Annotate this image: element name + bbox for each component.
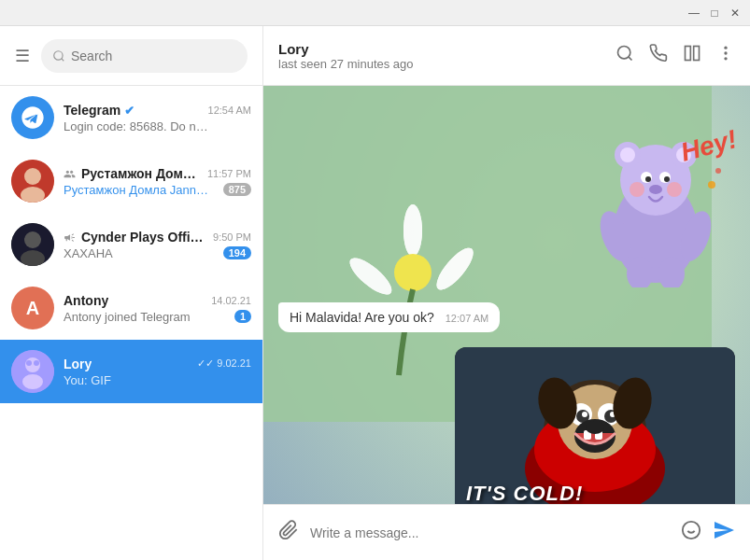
svg-point-9 — [22, 374, 43, 389]
sticker-container: Hey! — [278, 101, 735, 287]
avatar-cynder — [11, 223, 54, 266]
svg-rect-13 — [686, 47, 691, 61]
message-text: Hi Malavida! Are you ok? — [290, 310, 434, 325]
search-input[interactable] — [71, 49, 236, 63]
svg-point-37 — [645, 176, 651, 182]
chat-header-info: Lory last seen 27 minutes ago — [278, 41, 604, 71]
main-chat: Lory last seen 27 minutes ago — [263, 26, 750, 560]
svg-point-41 — [649, 185, 662, 194]
chat-info-rustam: Рустамжон Домл... 11:57 PM Рустамжон Дом… — [64, 166, 251, 197]
chat-item-lory[interactable]: Lory ✓✓ 9.02.21 You: GIF — [0, 340, 262, 403]
input-area — [263, 504, 750, 560]
messages-area: Hey! Hi Malavida! Are you ok? 12:07 AM — [263, 86, 750, 504]
chat-time-rustam: 11:57 PM — [207, 168, 251, 179]
chat-item-telegram[interactable]: Telegram ✔ 12:54 AM Login code: 85688. D… — [0, 86, 262, 149]
svg-point-32 — [620, 147, 635, 162]
sidebar-header: ☰ — [0, 26, 262, 86]
chat-info-antony: Antony 14.02.21 Antony joined Telegram 1 — [64, 293, 251, 324]
emoji-icon[interactable] — [681, 520, 701, 545]
chat-name-rustam: Рустамжон Домл... — [64, 166, 202, 181]
search-box[interactable] — [41, 39, 248, 73]
badge-antony: 1 — [234, 310, 251, 323]
close-button[interactable]: ✕ — [728, 6, 743, 21]
minimize-button[interactable]: — — [686, 6, 701, 21]
svg-text:Hey!: Hey! — [678, 124, 735, 167]
more-options-icon[interactable] — [716, 44, 735, 67]
svg-point-2 — [24, 168, 41, 185]
chat-item-antony[interactable]: A Antony 14.02.21 Antony joined Telegram… — [0, 276, 262, 340]
svg-point-58 — [582, 412, 587, 417]
chat-message-antony: Antony joined Telegram — [64, 310, 191, 324]
app-container: ☰ Telegram ✔ 12:54 AM Login code: 8 — [0, 26, 750, 560]
message-time: 12:07 AM — [446, 313, 488, 326]
chat-message-rustam: Рустамжон Домла Jannat ... — [64, 183, 208, 197]
chat-list: Telegram ✔ 12:54 AM Login code: 85688. D… — [0, 86, 262, 560]
svg-point-15 — [724, 47, 727, 49]
badge-rustam: 875 — [223, 183, 251, 196]
message-bubble-text: Hi Malavida! Are you ok? 12:07 AM — [278, 302, 500, 332]
megaphone-icon — [64, 231, 76, 244]
chat-header-status: last seen 27 minutes ago — [278, 57, 604, 71]
chat-info-lory: Lory ✓✓ 9.02.21 You: GIF — [64, 357, 251, 387]
chat-message-lory: You: GIF — [64, 373, 111, 387]
chat-time-cynder: 9:50 PM — [213, 231, 251, 243]
avatar-lory — [11, 350, 54, 393]
maximize-button[interactable]: □ — [707, 6, 722, 21]
sidebar: ☰ Telegram ✔ 12:54 AM Login code: 8 — [0, 26, 263, 560]
avatar-telegram — [11, 96, 54, 139]
svg-point-48 — [715, 168, 721, 174]
gif-cold-text: IT'S COLD! — [466, 482, 583, 504]
avatar-antony: A — [11, 287, 54, 329]
svg-point-5 — [24, 231, 41, 248]
header-icons — [616, 44, 735, 67]
columns-icon[interactable] — [683, 44, 701, 67]
svg-point-11 — [34, 360, 39, 366]
badge-cynder: 194 — [223, 246, 251, 259]
gif-image-area: GIF — [455, 347, 735, 504]
svg-point-17 — [724, 57, 727, 60]
svg-point-0 — [54, 50, 63, 59]
gif-container: GIF — [455, 347, 735, 504]
chat-info-cynder: Cynder Plays Official 9:50 PM ХАХАНА 194 — [64, 230, 251, 260]
chat-header: Lory last seen 27 minutes ago — [263, 26, 750, 86]
message-row-incoming: Hi Malavida! Are you ok? 12:07 AM — [278, 302, 735, 332]
search-chat-icon[interactable] — [616, 44, 634, 67]
search-icon — [52, 49, 65, 63]
svg-point-12 — [618, 47, 630, 59]
group-icon — [64, 168, 76, 180]
chat-name-lory: Lory — [64, 357, 92, 371]
verified-icon: ✔ — [124, 104, 134, 118]
svg-point-66 — [683, 522, 700, 539]
svg-point-39 — [630, 182, 644, 197]
svg-point-65 — [586, 421, 604, 434]
svg-point-47 — [708, 181, 715, 189]
chat-info-telegram: Telegram ✔ 12:54 AM Login code: 85688. D… — [64, 103, 251, 133]
chat-time-telegram: 12:54 AM — [208, 105, 251, 116]
svg-point-40 — [667, 182, 682, 197]
chat-time-lory: ✓✓ 9.02.21 — [197, 357, 251, 370]
hey-sticker: Hey! — [576, 101, 735, 287]
svg-point-16 — [724, 51, 727, 54]
hamburger-menu-icon[interactable]: ☰ — [15, 46, 30, 66]
title-bar: — □ ✕ — [0, 0, 750, 26]
svg-point-38 — [664, 176, 670, 182]
chat-name-cynder: Cynder Plays Official — [64, 230, 207, 245]
chat-name-antony: Antony — [64, 293, 108, 308]
chat-item-rustam[interactable]: Рустамжон Домл... 11:57 PM Рустамжон Дом… — [0, 149, 262, 213]
chat-header-name: Lory — [278, 41, 604, 57]
chat-message-telegram: Login code: 85688. Do not give thi... — [64, 119, 208, 133]
svg-rect-14 — [694, 47, 700, 61]
gif-message-row: GIF — [278, 347, 735, 504]
send-button[interactable] — [713, 519, 735, 547]
avatar-rustam — [11, 160, 54, 203]
svg-point-10 — [26, 360, 32, 366]
message-input[interactable] — [310, 525, 670, 540]
chat-message-cynder: ХАХАНА — [64, 246, 113, 260]
phone-icon[interactable] — [649, 44, 668, 67]
attachment-icon[interactable] — [278, 520, 299, 545]
chat-time-antony: 14.02.21 — [211, 295, 251, 306]
dog-gif-image — [455, 347, 735, 504]
chat-item-cynder[interactable]: Cynder Plays Official 9:50 PM ХАХАНА 194 — [0, 213, 262, 276]
chat-name-telegram: Telegram ✔ — [64, 103, 134, 118]
